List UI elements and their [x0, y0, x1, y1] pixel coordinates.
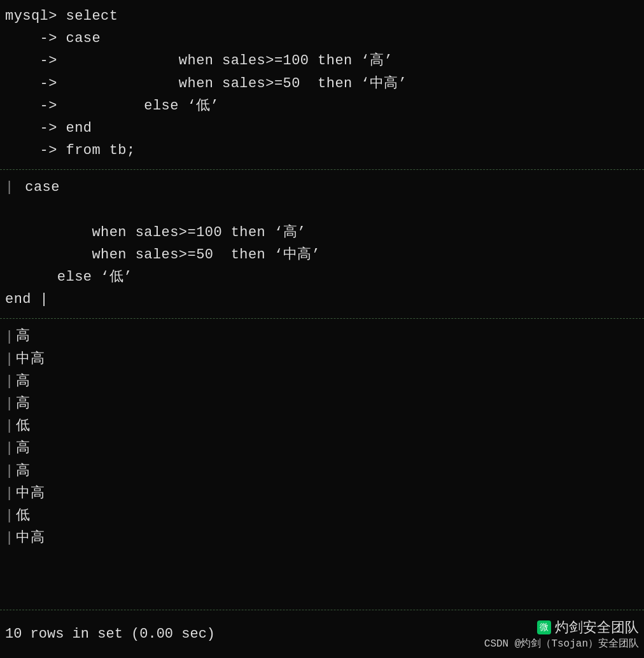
arrow-6: -> from tb; [5, 143, 136, 158]
result-value-3: 高 [16, 393, 30, 415]
cmd-line-5: -> else ‘低’ [5, 95, 644, 117]
bar-1: | [5, 179, 14, 195]
syntax-line-4: when sales>=50 then ‘中高’ [5, 244, 644, 266]
result-bar-0: | [5, 329, 13, 345]
cmd-line-3: -> when sales>=100 then ‘高’ [5, 50, 644, 72]
syntax-line-5: else ‘低’ [5, 266, 644, 288]
result-row-0: | 高 [5, 325, 644, 347]
result-row-8: | 低 [5, 505, 644, 527]
arrow-1: -> case [5, 31, 101, 46]
result-row-1: | 中高 [5, 348, 644, 370]
terminal-window: mysql> select -> case -> when sales>=100… [0, 0, 644, 658]
result-bar-2: | [5, 374, 13, 389]
footer-section: 10 rows in set (0.00 sec) 微 灼剑安全团队 CSDN … [0, 610, 644, 658]
cmd-line-1: mysql> select [5, 5, 644, 27]
brand-name: 微 灼剑安全团队 [537, 618, 639, 637]
result-value-2: 高 [16, 370, 30, 393]
arrow-3: -> when sales>=50 then ‘中高’ [5, 76, 407, 92]
brand-section: 微 灼剑安全团队 CSDN @灼剑（Tsojan）安全团队 [484, 618, 639, 650]
cmd-line-7: -> from tb; [5, 139, 644, 162]
wechat-icon: 微 [537, 620, 551, 634]
prompt: mysql> select [5, 8, 118, 24]
syntax-line-6: end | [5, 288, 644, 311]
result-bar-9: | [5, 530, 13, 546]
result-value-7: 中高 [16, 482, 45, 505]
result-bar-3: | [5, 396, 13, 412]
result-value-5: 高 [16, 437, 30, 459]
result-value-6: 高 [16, 460, 30, 482]
cmd-line-4: -> when sales>=50 then ‘中高’ [5, 73, 644, 95]
result-value-9: 中高 [16, 527, 45, 549]
brand-label: 灼剑安全团队 [555, 618, 639, 637]
result-bar-7: | [5, 486, 13, 501]
rows-count-text: 10 rows in set (0.00 sec) [5, 626, 215, 642]
result-value-8: 低 [16, 505, 30, 527]
result-bar-1: | [5, 351, 13, 367]
result-bar-8: | [5, 508, 13, 524]
command-section: mysql> select -> case -> when sales>=100… [0, 0, 644, 170]
cmd-line-6: -> end [5, 117, 644, 139]
result-row-6: | 高 [5, 460, 644, 482]
result-value-1: 中高 [16, 348, 45, 370]
results-section: | 高 | 中高 | 高 | 高 | 低 | 高 | 高 | 中高 [0, 319, 644, 610]
csdn-label: CSDN @灼剑（Tsojan）安全团队 [484, 637, 639, 650]
result-row-5: | 高 [5, 437, 644, 459]
result-bar-6: | [5, 463, 13, 479]
result-row-7: | 中高 [5, 482, 644, 505]
result-row-4: | 低 [5, 415, 644, 437]
result-bar-4: | [5, 418, 13, 434]
arrow-5: -> end [5, 120, 92, 136]
result-row-9: | 中高 [5, 527, 644, 549]
syntax-line-2 [5, 199, 644, 221]
syntax-section: | case when sales>=100 then ‘高’ when sal… [0, 170, 644, 319]
result-value-4: 低 [16, 415, 30, 437]
arrow-4: -> else ‘低’ [5, 98, 219, 114]
result-row-3: | 高 [5, 393, 644, 415]
result-row-2: | 高 [5, 370, 644, 393]
result-bar-5: | [5, 440, 13, 456]
syntax-line-1: | case [5, 176, 644, 199]
arrow-2: -> when sales>=100 then ‘高’ [5, 53, 393, 69]
syntax-line-3: when sales>=100 then ‘高’ [5, 221, 644, 244]
cmd-line-2: -> case [5, 27, 644, 50]
result-value-0: 高 [16, 325, 30, 347]
